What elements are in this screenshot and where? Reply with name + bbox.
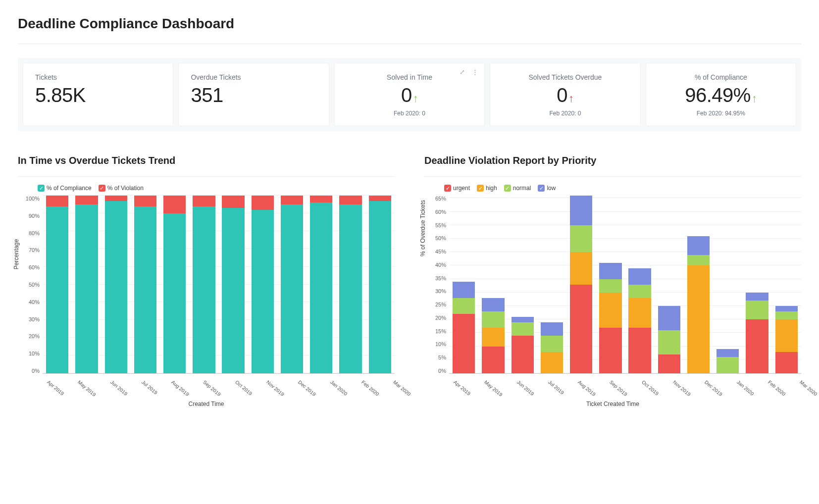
- kpi-value: 0: [347, 84, 472, 106]
- plot-body: [43, 196, 395, 374]
- bar-group[interactable]: [599, 196, 621, 373]
- bar-group[interactable]: [746, 196, 768, 373]
- bar-segment: [310, 196, 332, 202]
- kpi-card[interactable]: ⤢⋮Solved in Time0Feb 2020: 0: [334, 63, 485, 126]
- bar-group[interactable]: [369, 196, 391, 373]
- bar-segment: [453, 314, 475, 373]
- bar-segment: [369, 201, 391, 373]
- kpi-card[interactable]: Tickets5.85K: [23, 63, 173, 126]
- bar-segment: [570, 252, 592, 284]
- bar-group[interactable]: [222, 196, 244, 373]
- bar-group[interactable]: [105, 196, 127, 373]
- bar-group[interactable]: [687, 196, 710, 373]
- chart-legend: % of Compliance% of Violation: [18, 185, 395, 192]
- legend-swatch: [477, 185, 484, 192]
- bar-segment: [482, 328, 504, 347]
- bar-segment: [628, 268, 651, 285]
- chart-plot: % of Overdue Tickets 65%60%55%50%45%40%3…: [424, 196, 801, 374]
- bar-segment: [687, 236, 710, 255]
- y-tick: 0%: [438, 368, 446, 374]
- bar-group[interactable]: [628, 196, 651, 373]
- legend-swatch: [538, 185, 545, 192]
- bar-segment: [570, 196, 592, 225]
- kpi-card[interactable]: Overdue Tickets351: [178, 63, 329, 126]
- bar-segment: [599, 293, 621, 328]
- kpi-subtext: Feb 2020: 94.95%: [658, 110, 784, 117]
- bar-group[interactable]: [717, 196, 739, 373]
- expand-icon[interactable]: ⤢: [458, 67, 466, 76]
- more-icon[interactable]: ⋮: [470, 67, 479, 76]
- bar-group[interactable]: [658, 196, 680, 373]
- y-tick: 0%: [32, 368, 40, 374]
- bar-segment: [570, 285, 592, 374]
- bar-segment: [193, 206, 215, 373]
- bar-group[interactable]: [512, 196, 534, 373]
- y-tick: 30%: [435, 288, 446, 294]
- legend-item[interactable]: high: [477, 185, 497, 192]
- bar-segment: [163, 213, 186, 373]
- bar-segment: [687, 265, 710, 373]
- y-tick: 25%: [435, 302, 446, 307]
- bar-segment: [512, 336, 534, 373]
- kpi-card[interactable]: % of Compliance96.49%Feb 2020: 94.95%: [646, 63, 796, 126]
- bar-segment: [599, 328, 621, 373]
- bar-segment: [687, 255, 710, 266]
- bar-group[interactable]: [339, 196, 361, 373]
- bar-segment: [453, 282, 475, 298]
- bar-segment: [717, 349, 739, 357]
- bar-segment: [775, 352, 798, 374]
- bar-segment: [628, 285, 651, 298]
- bar-group[interactable]: [570, 196, 592, 373]
- kpi-card[interactable]: Solved Tickets Overdue0Feb 2020: 0: [490, 63, 640, 126]
- bar-segment: [717, 357, 739, 373]
- kpi-row: Tickets5.85KOverdue Tickets351⤢⋮Solved i…: [18, 58, 801, 131]
- y-tick: 65%: [435, 196, 446, 202]
- legend-item[interactable]: % of Violation: [99, 185, 144, 192]
- bar-segment: [105, 196, 127, 201]
- bar-group[interactable]: [541, 196, 563, 373]
- bar-segment: [369, 196, 391, 201]
- bar-group[interactable]: [482, 196, 504, 373]
- y-tick: 50%: [435, 235, 446, 241]
- bar-segment: [541, 352, 563, 374]
- bar-segment: [512, 322, 534, 336]
- y-tick: 35%: [435, 275, 446, 281]
- bar-segment: [163, 196, 186, 213]
- bar-segment: [252, 196, 274, 210]
- bar-segment: [134, 206, 156, 373]
- divider: [18, 44, 801, 44]
- bar-segment: [482, 298, 504, 311]
- legend-item[interactable]: normal: [504, 185, 531, 192]
- y-tick: 55%: [435, 222, 446, 228]
- chart-legend: urgenthighnormallow: [424, 185, 801, 192]
- bar-group[interactable]: [281, 196, 303, 373]
- bar-group[interactable]: [193, 196, 215, 373]
- bar-segment: [310, 202, 332, 373]
- bar-group[interactable]: [46, 196, 68, 373]
- bar-group[interactable]: [775, 196, 798, 373]
- legend-label: high: [486, 185, 497, 192]
- bar-segment: [46, 196, 68, 206]
- bar-segment: [541, 322, 563, 336]
- bar-segment: [746, 319, 768, 373]
- y-tick: 5%: [438, 354, 446, 360]
- legend-item[interactable]: urgent: [444, 185, 470, 192]
- bar-group[interactable]: [453, 196, 475, 373]
- y-tick: 80%: [29, 230, 40, 236]
- legend-swatch: [504, 185, 511, 192]
- bar-group[interactable]: [75, 196, 98, 373]
- bar-group[interactable]: [310, 196, 332, 373]
- bar-group[interactable]: [134, 196, 156, 373]
- y-tick: 10%: [29, 351, 40, 356]
- bar-group[interactable]: [252, 196, 274, 373]
- kpi-label: Solved in Time: [347, 73, 472, 81]
- legend-label: urgent: [453, 185, 470, 192]
- kpi-label: % of Compliance: [658, 73, 784, 81]
- legend-item[interactable]: low: [538, 185, 556, 192]
- y-tick: 15%: [435, 328, 446, 334]
- kpi-label: Tickets: [35, 73, 161, 81]
- bar-group[interactable]: [163, 196, 186, 373]
- bar-segment: [252, 210, 274, 373]
- bar-segment: [75, 196, 98, 204]
- legend-item[interactable]: % of Compliance: [38, 185, 92, 192]
